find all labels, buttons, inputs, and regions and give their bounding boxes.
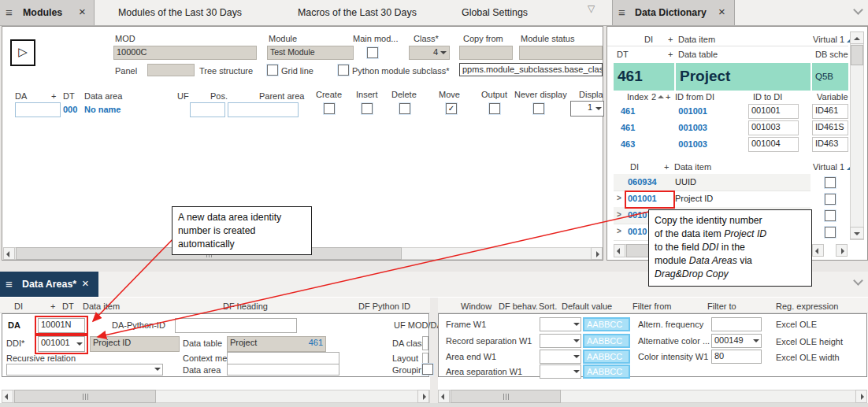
data-item-id[interactable]: 0010 [628, 210, 647, 220]
tab-data-dictionary[interactable]: ≡ Data Dictionary × [612, 0, 735, 25]
db-schema-header[interactable]: DB scher [815, 50, 848, 59]
virtual-header[interactable]: Virtual 1 [813, 35, 852, 44]
di-header[interactable]: DI [630, 162, 639, 172]
module-status-field[interactable] [519, 46, 603, 60]
display-col-header[interactable]: Displa [579, 90, 603, 99]
reg-expression-header[interactable]: Reg. expression [776, 302, 839, 311]
data-item-name[interactable]: Project ID [675, 194, 713, 203]
run-button[interactable]: ▷ [10, 39, 35, 66]
move-col-header[interactable]: Move [439, 90, 460, 99]
parent-area-input[interactable] [228, 102, 299, 117]
tab-overflow-icon[interactable]: ▽ [588, 3, 595, 14]
index-row-from[interactable]: 001003 [670, 139, 707, 149]
delete-col-header[interactable]: Delete [391, 90, 417, 99]
index-header[interactable]: Index [627, 92, 648, 102]
copy-from-field[interactable] [459, 46, 513, 60]
never-display-col-header[interactable]: Never display [514, 90, 567, 99]
plus-icon[interactable]: + [50, 302, 55, 311]
tab-modules[interactable]: ≡ Modules × [0, 0, 95, 25]
df-python-id-header[interactable]: DF Python ID [358, 302, 410, 311]
insert-checkbox[interactable] [362, 103, 373, 114]
frame-color-swatch[interactable]: AABBCC [583, 317, 630, 331]
filter-from-header[interactable]: Filter from [632, 302, 672, 311]
dt-header[interactable]: DT [62, 302, 74, 311]
virtual-checkbox[interactable] [825, 194, 836, 205]
index-row-index[interactable]: 461 [621, 106, 646, 116]
scroll-right-arrow[interactable] [417, 390, 429, 403]
scroll-left-arrow[interactable] [438, 390, 450, 403]
di-header[interactable]: DI [644, 35, 653, 44]
data-area-col-header[interactable]: Data area [84, 91, 122, 101]
module-field[interactable]: Test Module [267, 46, 354, 60]
dt-col-header[interactable]: DT [63, 91, 75, 101]
dt-header[interactable]: DT [617, 50, 629, 59]
mod-field[interactable]: 10000C [113, 46, 257, 60]
tab-global-settings[interactable]: Global Settings [462, 7, 528, 18]
plus-icon[interactable]: + [664, 162, 669, 172]
delete-checkbox[interactable] [399, 103, 410, 114]
output-checkbox[interactable] [489, 103, 500, 114]
plus-icon[interactable]: + [668, 35, 673, 44]
default-value-header[interactable]: Default value [562, 302, 612, 311]
scroll-right-arrow[interactable] [591, 247, 603, 260]
id-to-di-header[interactable]: ID to DI [753, 92, 782, 102]
index-row-variable[interactable]: ID463 [812, 137, 848, 152]
menu-icon[interactable]: ≡ [6, 278, 13, 290]
index-row-index[interactable]: 461 [621, 123, 646, 132]
record-separation-color-swatch[interactable]: AABBCC [583, 334, 630, 348]
da-class-field[interactable] [422, 336, 428, 350]
scroll-thumb[interactable] [851, 45, 863, 65]
scroll-thumb[interactable] [14, 390, 156, 403]
da-python-id-field[interactable] [175, 318, 297, 333]
python-subclass-checkbox[interactable] [338, 65, 349, 76]
plus-icon[interactable]: + [666, 92, 670, 102]
grid-line-checkbox[interactable] [267, 65, 278, 76]
df-heading-header[interactable]: DF heading [223, 302, 268, 311]
menu-icon[interactable]: ≡ [618, 6, 625, 18]
scroll-left-arrow[interactable] [2, 390, 13, 403]
output-col-header[interactable]: Output [481, 90, 507, 99]
python-subclass-field[interactable]: ppms.module_subclasses.base_clas [459, 63, 603, 76]
close-icon[interactable]: × [79, 6, 86, 17]
area-end-color-swatch[interactable]: AABBCC [583, 350, 630, 364]
scroll-thumb[interactable] [451, 390, 561, 403]
index-row-to[interactable]: 001003 [748, 120, 799, 135]
pos-input[interactable] [190, 102, 225, 117]
tab-modules-last-30-days[interactable]: Modules of the Last 30 Days [118, 7, 242, 18]
data-item-header[interactable]: Data item [678, 35, 715, 44]
selected-table-schema[interactable]: Q5B [812, 63, 848, 91]
index-row-to[interactable]: 001001 [748, 104, 799, 119]
scroll-left-arrow[interactable] [3, 247, 15, 260]
altern-frequency-field[interactable] [711, 317, 762, 331]
plus-icon[interactable]: + [668, 50, 673, 59]
recursive-relation-dropdown[interactable] [6, 364, 163, 376]
scroll-down-arrow[interactable] [850, 227, 864, 239]
insert-col-header[interactable]: Insert [356, 90, 378, 99]
variable-header[interactable]: Variable [817, 92, 848, 102]
data-item-id[interactable]: 0010 [628, 227, 647, 236]
index-row-from[interactable]: 001003 [670, 123, 707, 132]
index-row-to[interactable]: 001004 [748, 137, 799, 152]
di-header[interactable]: DI [14, 302, 23, 311]
window-header[interactable]: Window [461, 302, 491, 311]
grouping-checkbox[interactable] [422, 364, 433, 375]
data-item-id[interactable]: 060934 [628, 177, 657, 187]
index-sort-header[interactable]: 2 [651, 92, 664, 102]
index-row-from[interactable]: 001001 [670, 106, 707, 116]
id-from-di-header[interactable]: ID from DI [675, 92, 714, 102]
context-menu-field[interactable] [227, 352, 339, 364]
da-col-header[interactable]: DA [15, 91, 27, 101]
color-intensity-field[interactable]: 80 [711, 350, 762, 364]
da-input[interactable] [15, 102, 61, 117]
close-icon[interactable]: × [82, 277, 89, 289]
main-mod-checkbox[interactable] [367, 47, 378, 58]
panel-field[interactable] [147, 64, 195, 76]
data-item-name[interactable]: UUID [675, 177, 696, 187]
scroll-up-arrow[interactable] [850, 31, 864, 44]
move-checkbox[interactable]: ✓ [446, 103, 457, 114]
plus-icon[interactable]: + [51, 91, 56, 101]
virtual-checkbox[interactable] [825, 227, 836, 238]
tab-data-areas[interactable]: ≡ Data Areas* × [0, 272, 98, 297]
data-item-header[interactable]: Data item [674, 162, 711, 172]
filter-to-header[interactable]: Filter to [707, 302, 736, 311]
